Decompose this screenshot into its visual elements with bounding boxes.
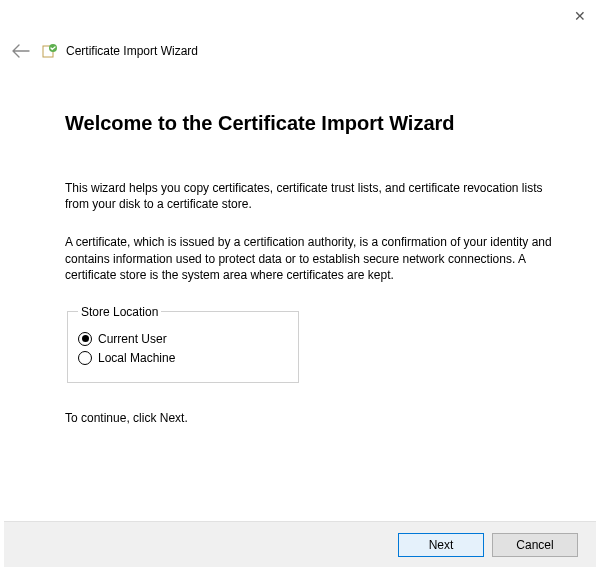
cancel-button[interactable]: Cancel — [492, 533, 578, 557]
intro-paragraph-1: This wizard helps you copy certificates,… — [65, 180, 555, 212]
radio-label: Local Machine — [98, 351, 175, 365]
next-button[interactable]: Next — [398, 533, 484, 557]
radio-icon[interactable] — [78, 351, 92, 365]
page-title: Welcome to the Certificate Import Wizard — [65, 112, 555, 135]
store-location-group: Store Location Current User Local Machin… — [67, 305, 299, 383]
back-arrow-icon[interactable] — [12, 44, 30, 58]
radio-label: Current User — [98, 332, 167, 346]
header-title: Certificate Import Wizard — [66, 44, 198, 58]
wizard-header: Certificate Import Wizard — [0, 38, 600, 64]
wizard-content: Welcome to the Certificate Import Wizard… — [65, 112, 555, 425]
radio-current-user[interactable]: Current User — [78, 332, 288, 346]
radio-icon[interactable] — [78, 332, 92, 346]
close-icon[interactable]: ✕ — [574, 8, 586, 24]
store-location-legend: Store Location — [78, 305, 161, 319]
wizard-footer: Next Cancel — [4, 521, 596, 567]
certificate-wizard-icon — [42, 43, 58, 59]
continue-text: To continue, click Next. — [65, 411, 555, 425]
radio-local-machine[interactable]: Local Machine — [78, 351, 288, 365]
intro-paragraph-2: A certificate, which is issued by a cert… — [65, 234, 555, 283]
